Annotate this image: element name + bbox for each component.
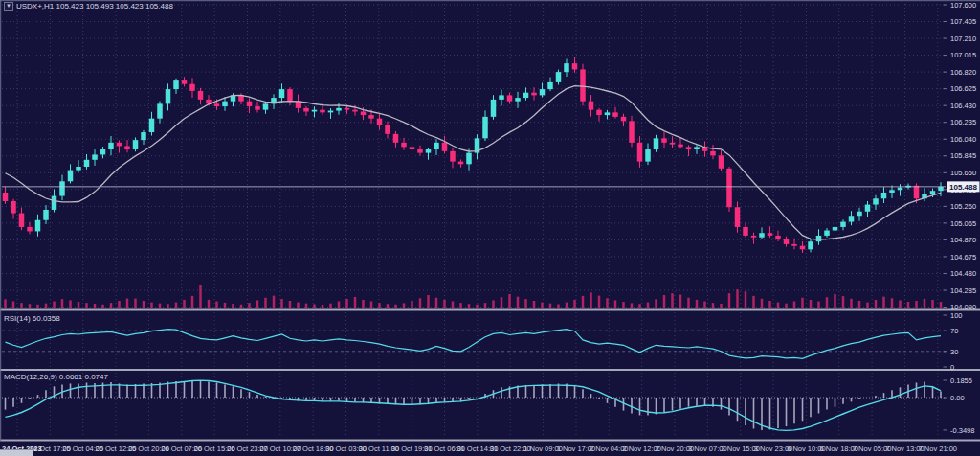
candle-bull — [759, 233, 765, 237]
volume-bar — [476, 305, 479, 308]
volume-bar — [810, 300, 813, 308]
candle-bull — [515, 98, 521, 102]
volume-bar — [443, 300, 446, 308]
candle-bear — [255, 106, 260, 110]
candle-bull — [556, 72, 562, 82]
volume-bar — [85, 303, 88, 308]
candle-bear — [531, 93, 537, 96]
candle-bear — [198, 91, 204, 100]
candle-bear — [784, 239, 790, 244]
volume-bar — [459, 303, 462, 308]
candle-bear — [458, 162, 464, 165]
candle-bear — [361, 111, 367, 115]
timeline-quicknav-box[interactable] — [0, 449, 33, 456]
volume-bar — [508, 294, 511, 308]
volume-bar — [167, 304, 169, 308]
candle-bull — [328, 111, 334, 113]
volume-bar — [940, 302, 943, 308]
volume-bar — [850, 299, 853, 308]
candle-bear — [442, 143, 448, 151]
candle-bear — [450, 151, 456, 162]
volume-bar — [224, 303, 227, 308]
candle-bull — [108, 143, 114, 149]
candle-bull — [336, 108, 342, 111]
candle-bear — [417, 149, 423, 153]
volume-bar — [394, 305, 397, 308]
volume-bar — [29, 304, 32, 308]
candle-bear — [385, 125, 390, 134]
candle-bear — [768, 233, 773, 236]
candle-bear — [345, 108, 350, 110]
volume-bar — [101, 305, 104, 308]
candle-bull — [898, 188, 903, 191]
candle-bull — [816, 236, 822, 241]
volume-bar — [4, 299, 7, 308]
volume-bar — [403, 303, 406, 308]
price-axis[interactable] — [947, 0, 980, 441]
volume-bar — [671, 293, 674, 308]
volume-bar — [549, 304, 552, 308]
candle-bull — [491, 100, 497, 117]
candle-bear — [320, 110, 325, 113]
volume-bar — [199, 285, 202, 308]
candle-bear — [661, 138, 667, 142]
volume-bar — [761, 299, 764, 308]
candle-bull — [157, 103, 163, 118]
candle-bull — [881, 193, 887, 198]
candle-bull — [312, 110, 318, 112]
candle-bull — [52, 196, 57, 210]
candle-bull — [833, 227, 838, 231]
candle-bear — [719, 155, 724, 168]
volume-bar — [614, 300, 617, 308]
candle-bear — [214, 103, 220, 106]
candle-bear — [710, 151, 716, 155]
volume-bar — [924, 299, 926, 308]
volume-bar — [907, 302, 910, 308]
candle-bear — [287, 89, 293, 102]
volume-bar — [492, 300, 495, 308]
volume-bar — [582, 296, 585, 308]
volume-bar — [638, 304, 641, 308]
candle-bull — [857, 212, 862, 216]
volume-bar — [305, 304, 308, 308]
candle-bull — [694, 147, 700, 149]
candle-bull — [840, 222, 846, 227]
candle-bull — [149, 119, 155, 132]
volume-bar — [427, 295, 430, 308]
volume-bar — [338, 302, 341, 308]
candle-bull — [222, 102, 228, 106]
volume-bar — [280, 299, 283, 308]
volume-bar — [143, 301, 145, 308]
volume-bar — [573, 300, 576, 308]
candle-bear — [182, 80, 188, 84]
chart-canvas[interactable]: 107.600107.405107.210107.015106.820106.6… — [0, 0, 980, 456]
volume-bar — [793, 302, 796, 308]
candle-bear — [775, 236, 781, 239]
candle-bull — [849, 216, 855, 221]
volume-bar — [875, 300, 878, 308]
volume-bar — [322, 305, 324, 308]
candle-bull — [938, 187, 944, 191]
volume-bar — [533, 301, 536, 308]
volume-bar — [801, 298, 804, 308]
volume-bar — [590, 292, 592, 308]
time-axis[interactable] — [0, 442, 980, 456]
volume-bar — [362, 300, 365, 308]
volume-bar — [175, 303, 178, 308]
volume-bar — [598, 296, 601, 308]
volume-bar — [159, 304, 162, 308]
volume-bar — [191, 296, 194, 308]
candle-bull — [100, 149, 106, 154]
volume-bar — [329, 304, 332, 308]
candle-bear — [11, 201, 16, 214]
volume-bar — [631, 303, 634, 308]
volume-bar — [647, 303, 650, 308]
candle-bear — [303, 108, 309, 112]
volume-bar — [752, 296, 755, 308]
candle-bull — [654, 138, 659, 149]
volume-bar — [411, 301, 413, 308]
volume-bar — [663, 295, 666, 308]
candle-bear — [368, 115, 374, 119]
candle-bear — [596, 110, 602, 115]
symbol-dropdown-icon[interactable]: ▼ — [4, 2, 13, 11]
